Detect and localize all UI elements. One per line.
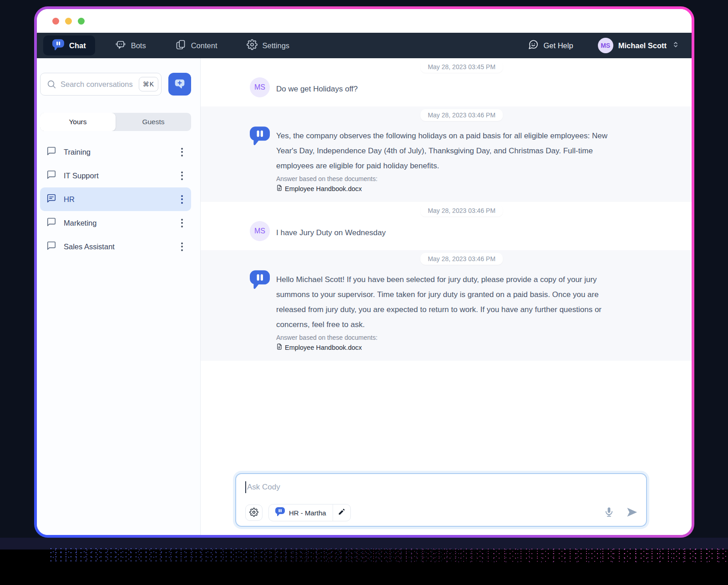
conversation-filter-tabs: Yours Guests [40,113,191,131]
conversation-menu-button[interactable] [176,239,188,254]
bot-chip-label: HR - Martha [289,509,326,517]
microphone-button[interactable] [604,507,614,519]
tab-content[interactable]: Content [166,35,227,55]
user-name: Michael Scott [618,41,667,50]
citation-document-name: Employee Handbook.docx [285,344,362,351]
citation-label: Answer based on these documents: [276,175,629,182]
send-icon [626,506,638,519]
top-navbar: Chat Bots [37,33,692,58]
bot-selector-chip[interactable]: HR - Martha [268,504,351,521]
user-avatar: MS [598,38,613,53]
citation-document-link[interactable]: Employee Handbook.docx [276,343,629,352]
composer: Ask Cody [235,473,647,527]
send-button[interactable] [626,506,638,519]
conversation-label: HR [64,195,168,204]
tab-settings[interactable]: Settings [238,35,299,55]
user-menu[interactable]: MS Michael Scott [598,38,680,53]
get-help-button[interactable]: Get Help [528,39,573,52]
conversation-label: IT Support [64,171,168,180]
message-timestamp: May 28, 2023 03:46 PM [420,109,503,121]
gear-icon [249,508,258,518]
titlebar [37,9,692,33]
conversation-label: Training [64,148,168,156]
message-text: Hello Michael Scott! If you have been se… [276,269,629,332]
conversation-list: Training IT Support [40,140,191,258]
conversation-menu-button[interactable] [176,215,188,231]
new-chat-button[interactable] [168,73,191,96]
composer-settings-button[interactable] [245,504,263,521]
conversation-label: Marketing [64,219,168,227]
document-icon [276,184,283,193]
citation-label: Answer based on these documents: [276,334,629,341]
conversation-item-hr[interactable]: HR [40,187,191,211]
message-timestamp: May 28, 2023 03:46 PM [420,205,503,217]
main-body: ⌘K Yours Gue [37,58,692,535]
tab-content-label: Content [191,41,217,50]
chat-bubble-icon [46,217,56,229]
cody-logo-icon [250,269,270,352]
zoom-window-button[interactable] [78,18,85,25]
text-caret [245,481,246,493]
avatar: MS [250,221,270,241]
message-text: Do we get Holidays off? [276,77,358,97]
cody-logo-icon [250,126,270,193]
tab-chat[interactable]: Chat [43,35,95,55]
chat-panel: May 28, 2023 03:45 PM MS Do we get Holid… [201,58,692,535]
search-box: ⌘K [40,73,162,96]
edit-bot-button[interactable] [333,504,350,521]
app-window-frame: Chat Bots [34,6,694,538]
microphone-icon [604,507,614,519]
message-row-bot: May 28, 2023 03:46 PM Hello Michael [201,250,692,361]
new-chat-bubble-plus-icon [174,78,186,91]
tab-bots-label: Bots [131,41,146,50]
close-window-button[interactable] [52,18,59,25]
composer-input[interactable]: Ask Cody [245,481,638,493]
message-row-user: May 28, 2023 03:46 PM MS I have Jury Dut… [201,202,692,250]
gear-icon [247,39,258,52]
get-help-label: Get Help [544,41,573,50]
message-text: I have Jury Duty on Wednesday [276,221,386,241]
conversation-item-sales-assistant[interactable]: Sales Assistant [40,235,191,258]
conversation-item-marketing[interactable]: Marketing [40,211,191,235]
app-window: Chat Bots [37,9,692,535]
cody-logo-icon [275,507,285,518]
message-timestamp: May 28, 2023 03:46 PM [420,253,503,265]
chat-bubble-icon [46,241,56,252]
tab-guests[interactable]: Guests [116,113,191,131]
chat-bubble-lines-icon [46,193,56,205]
chevron-up-down-icon [672,40,680,50]
composer-placeholder: Ask Cody [247,483,280,492]
minimize-window-button[interactable] [65,18,72,25]
chat-bubble-icon [46,170,56,182]
bot-icon [115,39,126,52]
message-row-bot: May 28, 2023 03:46 PM Yes, the comp [201,106,692,202]
cody-logo-icon [52,39,64,52]
message-timestamp: May 28, 2023 03:45 PM [420,61,503,73]
conversation-menu-button[interactable] [176,168,188,183]
sidebar: ⌘K Yours Gue [37,58,201,535]
tab-chat-label: Chat [69,41,86,50]
tab-yours[interactable]: Yours [40,113,116,131]
message-text: Yes, the company observes the following … [276,126,629,173]
screen: Chat Bots [0,0,728,585]
search-shortcut-badge: ⌘K [139,77,158,91]
message-row-user: May 28, 2023 03:45 PM MS Do we get Holid… [201,58,692,106]
citation-block: Answer based on these documents: [276,175,629,193]
avatar: MS [250,77,270,97]
conversation-menu-button[interactable] [176,192,188,207]
chat-bubble-icon [46,146,56,158]
conversation-item-training[interactable]: Training [40,140,191,164]
conversation-menu-button[interactable] [176,144,188,160]
composer-area: Ask Cody [201,473,692,535]
citation-document-name: Employee Handbook.docx [285,185,362,192]
citation-document-link[interactable]: Employee Handbook.docx [276,184,629,193]
tab-bots[interactable]: Bots [106,35,155,55]
conversation-item-it-support[interactable]: IT Support [40,164,191,187]
tab-settings-label: Settings [263,41,290,50]
document-icon [276,343,283,352]
noise-band-pink [50,548,728,562]
search-icon [46,79,56,91]
copy-documents-icon [175,39,186,52]
help-chat-smiley-icon [528,39,539,52]
citation-block: Answer based on these documents: [276,334,629,352]
